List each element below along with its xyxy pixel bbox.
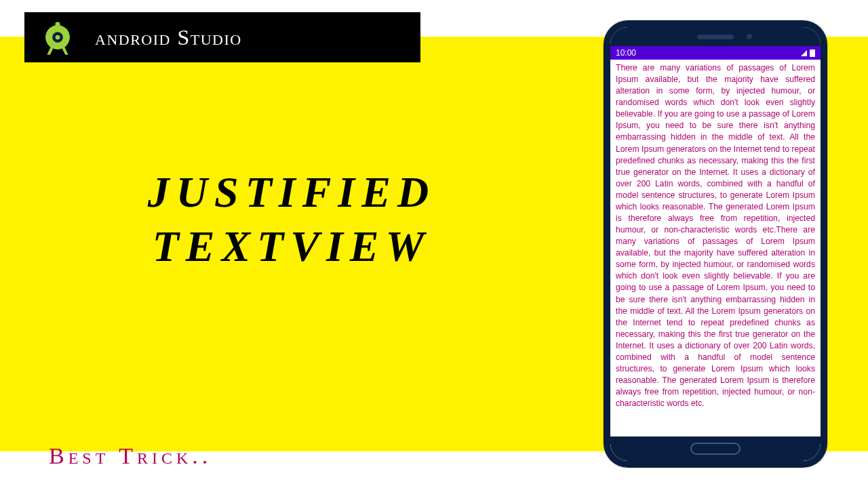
android-studio-logo-icon: [24, 12, 91, 62]
home-button-icon: [690, 443, 741, 455]
textview-content: There are many variations of passages of…: [610, 60, 821, 436]
thumbnail-canvas: android Studio JUSTIFIED TEXTVIEW Best T…: [0, 0, 868, 488]
camera-icon: [747, 34, 752, 39]
svg-rect-1: [56, 22, 60, 30]
phone-mockup: 10:00 There are many variations of passa…: [604, 20, 827, 468]
phone-top-bezel: [610, 27, 821, 46]
phone-screen: 10:00 There are many variations of passa…: [610, 27, 821, 461]
status-time: 10:00: [616, 48, 636, 58]
main-title: JUSTIFIED TEXTVIEW: [81, 165, 502, 274]
main-title-line2: TEXTVIEW: [81, 220, 502, 274]
header-title: android Studio: [91, 25, 420, 50]
android-status-bar: 10:00: [610, 46, 821, 60]
phone-bottom-bezel: [610, 436, 821, 461]
status-icons: [801, 49, 815, 57]
svg-point-3: [56, 35, 60, 40]
main-title-line1: JUSTIFIED: [81, 165, 502, 220]
footer-subtitle: Best Trick..: [49, 443, 212, 469]
battery-icon: [810, 49, 815, 57]
header-bar: android Studio: [24, 12, 420, 62]
speaker-icon: [697, 35, 734, 39]
signal-icon: [801, 50, 807, 56]
